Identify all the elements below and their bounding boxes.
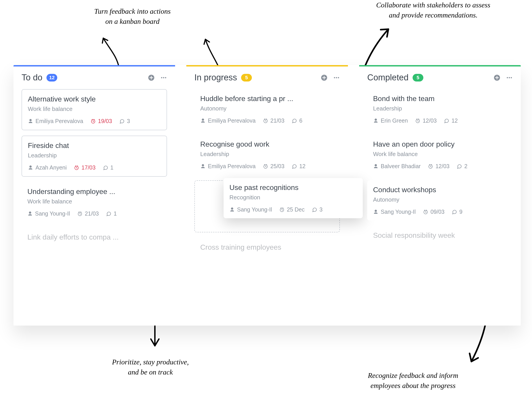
card-category: Work life balance bbox=[373, 151, 507, 158]
annotation-top-right: Collaborate with stakeholders to assessa… bbox=[350, 0, 516, 20]
column-menu-button[interactable] bbox=[160, 74, 167, 81]
arrow-top-middle bbox=[200, 36, 224, 70]
svg-point-1 bbox=[161, 77, 163, 78]
card-title: Bond with the team bbox=[373, 95, 507, 103]
card-faded[interactable]: Social responsibility week bbox=[367, 226, 513, 242]
card-comments: 12 bbox=[444, 117, 458, 124]
column-header: Completed 5 bbox=[359, 66, 521, 87]
card[interactable]: Alternative work style Work life balance… bbox=[22, 89, 167, 130]
card-title: Recognise good work bbox=[200, 140, 334, 148]
card-due-date: 21/03 bbox=[263, 117, 285, 124]
add-card-button[interactable] bbox=[321, 74, 328, 81]
card-title: Social responsibility week bbox=[373, 231, 507, 240]
card-category: Autonomy bbox=[200, 105, 334, 112]
add-card-button[interactable] bbox=[148, 74, 155, 81]
svg-point-3 bbox=[165, 77, 166, 78]
card-assignee: Sang Young-Il bbox=[27, 210, 70, 217]
svg-point-8 bbox=[334, 77, 335, 78]
card-title: Use past recognitions bbox=[229, 184, 357, 192]
card[interactable]: Bond with the team Leadership Erin Green… bbox=[367, 89, 513, 129]
column-completed: Completed 5 Bond with the team Leadershi… bbox=[359, 65, 521, 325]
card-due-date: 25/03 bbox=[263, 163, 285, 170]
card-comments: 3 bbox=[119, 118, 130, 124]
card-comments: 2 bbox=[456, 163, 467, 170]
card-comments: 1 bbox=[103, 164, 114, 171]
column-title: In progress bbox=[194, 73, 237, 83]
column-cards: Bond with the team Leadership Erin Green… bbox=[359, 87, 521, 325]
svg-point-15 bbox=[507, 77, 508, 78]
card-assignee: Balveer Bhadiar bbox=[373, 163, 421, 170]
annotation-bottom-right: Recognize feedback and informemployees a… bbox=[341, 370, 485, 391]
card-due-date: 25 Dec bbox=[279, 206, 305, 213]
card[interactable]: Fireside chat Leadership Azah Anyeni 17/… bbox=[22, 136, 167, 177]
card-title: Cross training employees bbox=[200, 243, 334, 251]
card-due-date: 09/03 bbox=[423, 209, 445, 215]
card-category: Recognition bbox=[229, 194, 357, 201]
svg-point-9 bbox=[336, 77, 337, 78]
card-title: Link daily efforts to compa ... bbox=[27, 233, 161, 241]
column-count-badge: 5 bbox=[241, 74, 252, 82]
column-todo: To do 12 Alternative work style Work lif… bbox=[13, 65, 175, 325]
card-due-date: 19/03 bbox=[90, 118, 112, 124]
card-comments: 9 bbox=[452, 209, 462, 215]
card-category: Leadership bbox=[28, 152, 161, 159]
card-category: Work life balance bbox=[28, 106, 161, 113]
annotation-bottom-left: Prioritize, stay productive,and be on tr… bbox=[90, 357, 211, 377]
card-category: Work life balance bbox=[27, 198, 161, 205]
card-assignee: Sang Young-Il bbox=[229, 206, 272, 213]
add-card-button[interactable] bbox=[493, 74, 500, 81]
card[interactable]: Huddle before starting a pr ... Autonomy… bbox=[194, 89, 340, 129]
column-title: To do bbox=[22, 73, 42, 83]
card-title: Conduct workshops bbox=[373, 186, 507, 194]
column-title: Completed bbox=[367, 73, 409, 83]
column-cards: Huddle before starting a pr ... Autonomy… bbox=[186, 87, 348, 325]
column-count-badge: 12 bbox=[46, 74, 57, 82]
svg-point-2 bbox=[163, 77, 164, 78]
card-assignee: Erin Green bbox=[373, 117, 408, 124]
card-title: Understanding employee ... bbox=[27, 187, 161, 196]
card-category: Leadership bbox=[200, 151, 334, 158]
card-due-date: 21/03 bbox=[77, 210, 99, 217]
card-title: Huddle before starting a pr ... bbox=[200, 95, 334, 103]
svg-point-17 bbox=[511, 77, 512, 78]
column-header: In progress 5 bbox=[186, 66, 348, 87]
card-assignee: Emiliya Perevalova bbox=[200, 163, 256, 170]
card-assignee: Emiliya Perevalova bbox=[28, 118, 83, 124]
column-header: To do 12 bbox=[13, 66, 175, 87]
card-title: Alternative work style bbox=[28, 95, 161, 103]
card-assignee: Sang Young-Il bbox=[373, 209, 416, 215]
card[interactable]: Understanding employee ... Work life bal… bbox=[22, 182, 167, 222]
card-category: Leadership bbox=[373, 105, 507, 112]
card-due-date: 12/03 bbox=[428, 163, 450, 170]
card[interactable]: Recognise good work Leadership Emiliya P… bbox=[194, 135, 340, 175]
card-comments: 3 bbox=[312, 206, 323, 213]
card-category: Autonomy bbox=[373, 196, 507, 203]
annotation-top-left: Turn feedback into actionson a kanban bo… bbox=[74, 6, 191, 26]
card[interactable]: Have an open door policy Work life balan… bbox=[367, 135, 513, 175]
column-menu-button[interactable] bbox=[506, 74, 513, 81]
column-cards: Alternative work style Work life balance… bbox=[13, 87, 175, 325]
card-comments: 1 bbox=[106, 210, 117, 217]
card-title: Have an open door policy bbox=[373, 140, 507, 148]
card-comments: 12 bbox=[291, 163, 305, 170]
column-in-progress: In progress 5 Huddle before starting a p… bbox=[186, 65, 348, 325]
card-faded[interactable]: Link daily efforts to compa ... bbox=[22, 228, 167, 244]
card-due-date: 17/03 bbox=[74, 164, 96, 171]
card-assignee: Azah Anyeni bbox=[28, 164, 67, 171]
card[interactable]: Conduct workshops Autonomy Sang Young-Il… bbox=[367, 180, 513, 221]
kanban-board: To do 12 Alternative work style Work lif… bbox=[13, 65, 521, 325]
column-menu-button[interactable] bbox=[333, 74, 340, 81]
card-due-date: 12/03 bbox=[415, 117, 437, 124]
card-title: Fireside chat bbox=[28, 141, 161, 150]
column-count-badge: 5 bbox=[412, 74, 423, 82]
card-assignee: Emiliya Perevalova bbox=[200, 117, 256, 124]
card-dragging[interactable]: Use past recognitions Recognition Sang Y… bbox=[224, 178, 363, 218]
card-comments: 6 bbox=[291, 117, 302, 124]
card-faded[interactable]: Cross training employees bbox=[194, 238, 340, 254]
svg-point-10 bbox=[338, 77, 339, 78]
svg-point-16 bbox=[509, 77, 510, 78]
